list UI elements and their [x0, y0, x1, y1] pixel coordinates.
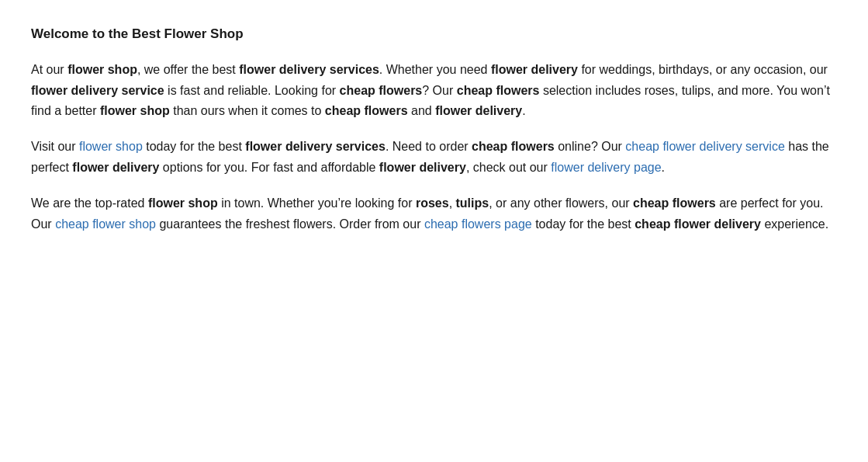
bold-cheap-flowers-5: cheap flowers	[633, 196, 716, 210]
flower-delivery-page-link[interactable]: flower delivery page	[551, 161, 661, 174]
cheap-flower-shop-link[interactable]: cheap flower shop	[55, 217, 156, 231]
paragraph-3: We are the top-rated flower shop in town…	[31, 193, 837, 234]
bold-cheap-flowers-2: cheap flowers	[457, 84, 540, 97]
bold-cheap-flowers-4: cheap flowers	[472, 140, 555, 153]
content-area: Welcome to the Best Flower Shop At our f…	[31, 23, 837, 234]
cheap-flowers-page-link[interactable]: cheap flowers page	[424, 217, 532, 231]
bold-roses: roses	[416, 196, 449, 210]
bold-flower-delivery-3: flower delivery	[72, 161, 159, 174]
page-title: Welcome to the Best Flower Shop	[31, 23, 837, 44]
bold-tulips: tulips	[456, 196, 489, 210]
paragraph-2: Visit our flower shop today for the best…	[31, 137, 837, 178]
bold-flower-shop-3: flower shop	[148, 196, 218, 210]
bold-flower-shop-2: flower shop	[100, 104, 170, 117]
bold-flower-delivery-services-1: flower delivery services	[239, 63, 379, 76]
bold-flower-delivery-4: flower delivery	[379, 161, 466, 174]
cheap-flower-delivery-service-link[interactable]: cheap flower delivery service	[625, 140, 784, 153]
bold-flower-delivery-1: flower delivery	[491, 63, 578, 76]
bold-flower-shop-1: flower shop	[67, 63, 137, 76]
bold-cheap-flowers-1: cheap flowers	[340, 84, 423, 97]
flower-shop-link[interactable]: flower shop	[79, 140, 143, 153]
bold-cheap-flowers-3: cheap flowers	[325, 104, 408, 117]
bold-cheap-flower-delivery: cheap flower delivery	[635, 217, 761, 231]
bold-flower-delivery-2: flower delivery	[435, 104, 522, 117]
bold-flower-delivery-services-2: flower delivery services	[245, 140, 386, 153]
paragraph-1: At our flower shop, we offer the best fl…	[31, 60, 837, 121]
bold-flower-delivery-service: flower delivery service	[31, 84, 164, 97]
